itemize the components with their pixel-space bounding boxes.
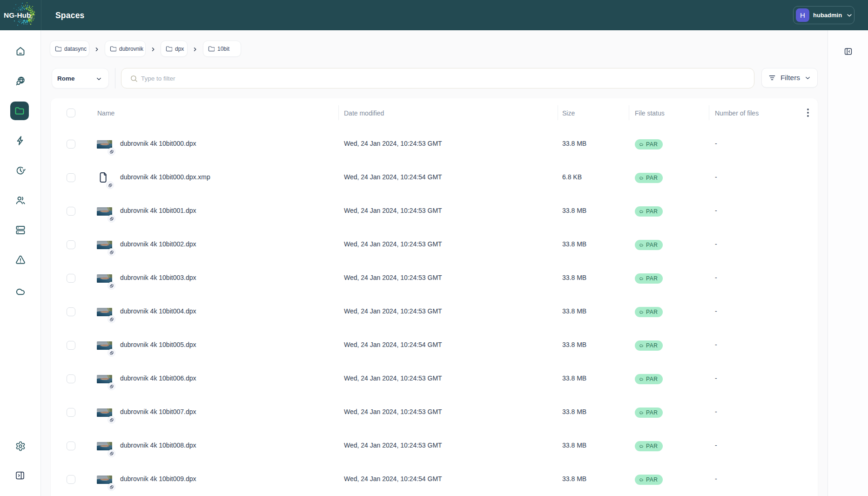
svg-text:TM: TM [29,17,33,20]
svg-text:NG-Hub: NG-Hub [4,11,31,19]
